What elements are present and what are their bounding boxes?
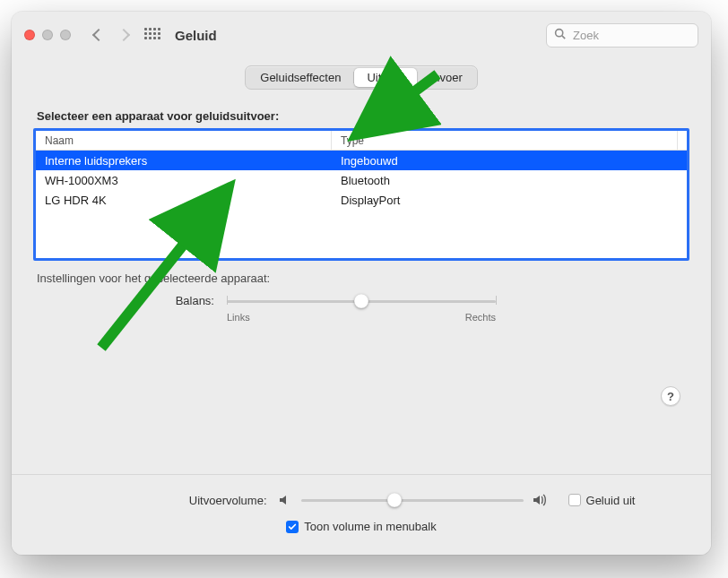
svg-line-1	[562, 36, 565, 39]
column-header-name[interactable]: Naam	[36, 131, 332, 150]
search-input[interactable]	[571, 28, 690, 43]
volume-high-icon	[533, 493, 547, 507]
balance-left-label: Links	[227, 312, 250, 323]
zoom-window-button[interactable]	[60, 30, 71, 40]
show-volume-menubar-row: Toon volume in menubalk	[33, 520, 689, 533]
help-button[interactable]: ?	[661, 386, 680, 406]
output-volume-slider[interactable]	[301, 493, 524, 507]
table-header: Naam Type	[36, 131, 687, 151]
output-device-prompt: Selecteer een apparaat voor geluidsuitvo…	[37, 109, 686, 123]
tab-input[interactable]: Invoer	[418, 68, 475, 87]
volume-low-icon	[278, 493, 292, 507]
device-type: Bluetooth	[332, 174, 687, 187]
tab-output[interactable]: Uitvoer	[354, 68, 416, 87]
column-header-type[interactable]: Type	[332, 131, 678, 150]
nav-arrows	[94, 30, 128, 39]
window-controls	[24, 30, 71, 40]
minimize-window-button[interactable]	[42, 30, 53, 40]
balance-right-label: Rechts	[465, 312, 496, 323]
search-icon	[554, 27, 566, 43]
device-name: WH-1000XM3	[36, 174, 332, 187]
show-volume-menubar-checkbox[interactable]	[286, 521, 299, 533]
back-button[interactable]	[92, 29, 105, 41]
device-type: DisplayPort	[332, 194, 687, 207]
balance-label: Balans:	[35, 294, 214, 307]
footer: Uitvoervolume:	[12, 474, 711, 555]
search-box[interactable]	[546, 23, 698, 47]
balance-slider-knob[interactable]	[354, 294, 368, 308]
output-volume-row: Uitvoervolume:	[33, 493, 689, 507]
balance-row: Balans: Links Rechts	[33, 294, 689, 323]
content-area: Geluidseffecten Uitvoer Invoer Selecteer…	[12, 58, 711, 341]
selected-device-settings-label: Instellingen voor het geselecteerde appa…	[37, 272, 686, 285]
device-name: LG HDR 4K	[36, 194, 332, 207]
mute-label: Geluid uit	[586, 494, 636, 507]
tab-segmented-control: Geluidseffecten Uitvoer Invoer	[245, 65, 477, 90]
tab-sound-effects[interactable]: Geluidseffecten	[247, 68, 353, 87]
table-row[interactable]: WH-1000XM3 Bluetooth	[36, 170, 687, 190]
close-window-button[interactable]	[24, 30, 35, 40]
output-volume-label: Uitvoervolume:	[88, 494, 267, 507]
table-row[interactable]: Interne luidsprekers Ingebouwd	[36, 151, 687, 170]
mute-checkbox[interactable]	[568, 494, 581, 506]
balance-slider[interactable]	[227, 294, 496, 308]
output-volume-slider-knob[interactable]	[387, 493, 402, 507]
toolbar: Geluid	[12, 12, 711, 58]
window-title: Geluid	[175, 28, 217, 43]
device-type: Ingebouwd	[332, 154, 687, 168]
mute-checkbox-row: Geluid uit	[568, 494, 636, 507]
table-row[interactable]: LG HDR 4K DisplayPort	[36, 190, 687, 210]
svg-point-0	[556, 30, 563, 37]
sound-preferences-window: Geluid Geluidseffecten Uitvoer Invoer Se…	[12, 12, 711, 555]
show-all-prefs-button[interactable]	[144, 28, 159, 42]
show-volume-menubar-label: Toon volume in menubalk	[304, 520, 436, 533]
forward-button[interactable]	[117, 29, 130, 41]
output-device-table[interactable]: Naam Type Interne luidsprekers Ingebouwd…	[33, 128, 689, 261]
device-name: Interne luidsprekers	[36, 154, 332, 168]
